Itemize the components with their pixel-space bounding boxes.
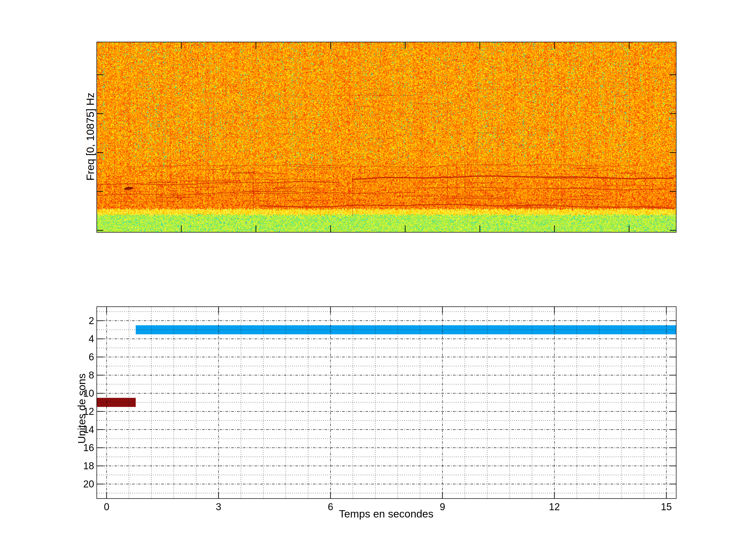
y-tick-label-6: 6 xyxy=(89,351,94,363)
x-tick-label-12: 12 xyxy=(549,501,560,512)
y-tick-label-2: 2 xyxy=(89,315,94,326)
bar-chart-ylabel: Unites de sons xyxy=(76,373,88,444)
y-tick-label-8: 8 xyxy=(89,370,94,381)
detection-bar-unit-11 xyxy=(97,398,136,407)
bar-chart-background xyxy=(97,307,676,499)
figure: Freq [0, 10875] Hz 036912152468101214161… xyxy=(0,0,747,560)
y-tick-label-16: 16 xyxy=(83,442,94,453)
x-tick-label-9: 9 xyxy=(440,501,445,512)
x-tick-label-15: 15 xyxy=(661,501,672,512)
y-tick-label-20: 20 xyxy=(83,479,94,489)
bar-chart-xlabel: Temps en secondes xyxy=(339,508,434,520)
bar-chart: 036912152468101214161820 xyxy=(0,0,747,560)
x-tick-label-3: 3 xyxy=(216,501,221,512)
y-tick-label-18: 18 xyxy=(83,460,94,471)
detection-bar-unit-3 xyxy=(136,325,676,335)
x-tick-label-6: 6 xyxy=(328,501,333,512)
y-tick-label-4: 4 xyxy=(89,334,94,344)
x-tick-label-0: 0 xyxy=(104,501,109,512)
